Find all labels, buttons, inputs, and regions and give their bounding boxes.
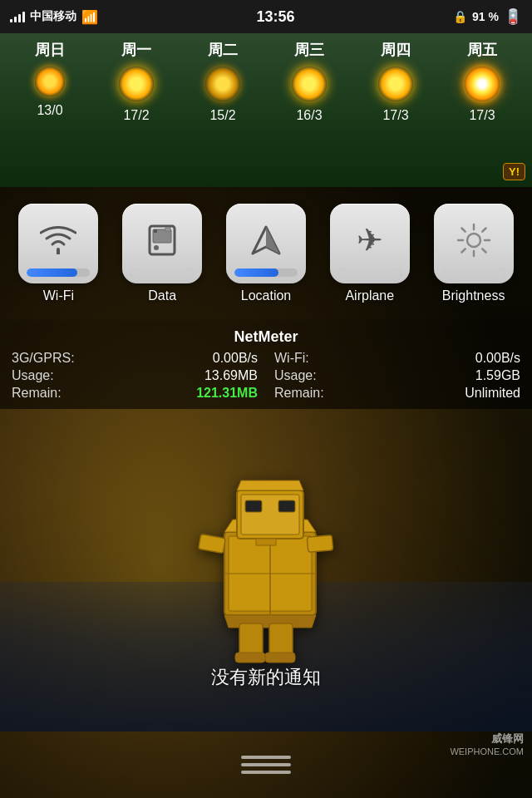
wifi-toggle-bar [27, 268, 90, 277]
day-temp-1: 17/2 [123, 108, 149, 123]
status-left: 中国移动 📶 [10, 9, 98, 25]
netmeter-section: NetMeter 3G/GPRS: 0.00B/s Usage: 13.69MB… [0, 320, 532, 409]
svg-rect-17 [265, 653, 295, 663]
svg-rect-22 [165, 228, 170, 231]
day-name-2: 周二 [208, 40, 238, 60]
airplane-toggle[interactable]: ✈ Airplane [325, 204, 415, 303]
brightness-toggle-icon-wrap[interactable] [434, 204, 514, 283]
svg-rect-9 [245, 500, 262, 512]
wifi-label: Wi-Fi [43, 288, 74, 303]
no-notification-text: 没有新的通知 [0, 665, 532, 690]
sun-icon-3 [292, 66, 327, 101]
wifi-icon: 📶 [81, 9, 98, 25]
netmeter-col-left: 3G/GPRS: 0.00B/s Usage: 13.69MB Remain: … [12, 351, 258, 401]
location-toggle-bar [234, 268, 298, 277]
yahoo-badge: Y! [503, 163, 525, 180]
battery-icon: 🪫 [504, 7, 522, 26]
status-right: 🔒 91 % 🪫 [453, 7, 522, 26]
weather-day-2: 周二 15/2 [180, 40, 266, 123]
svg-point-25 [467, 234, 480, 247]
robot-figure [183, 449, 349, 665]
sun-icon-4 [378, 66, 413, 101]
day-temp-5: 17/3 [469, 108, 495, 123]
weather-day-3: 周三 16/3 [266, 40, 352, 123]
handle-line-1 [241, 756, 291, 759]
sun-icon-2 [205, 66, 240, 101]
toggles-section: Wi-Fi Data [0, 187, 532, 320]
airplane-toggle-bar [338, 268, 401, 277]
svg-rect-12 [199, 534, 226, 554]
nm-wifi-header: Wi-Fi: 0.00B/s [274, 351, 520, 366]
nm-3g-usage-label: Usage: [12, 368, 54, 383]
airplane-symbol: ✈ [357, 212, 383, 268]
weather-day-4: 周四 17/3 [352, 40, 439, 123]
nm-wifi-label: Wi-Fi: [274, 351, 309, 366]
wifi-toggle-icon-wrap[interactable] [18, 204, 98, 283]
nm-3g-remain-row: Remain: 121.31MB [12, 386, 258, 401]
svg-rect-11 [256, 539, 276, 545]
data-toggle[interactable]: Data [117, 204, 207, 303]
nm-3g-remain-label: Remain: [12, 386, 62, 401]
sun-icon-5 [465, 66, 500, 101]
weather-day-5: 周五 17/3 [439, 40, 525, 123]
day-name-4: 周四 [381, 40, 411, 60]
location-toggle[interactable]: Location [221, 204, 311, 303]
signal-icon [10, 11, 25, 22]
svg-marker-24 [266, 227, 279, 254]
svg-rect-10 [278, 500, 295, 512]
nm-wifi-speed: 0.00B/s [475, 351, 520, 366]
svg-rect-15 [269, 623, 293, 657]
handle-line-2 [241, 763, 291, 766]
wifi-toggle[interactable]: Wi-Fi [13, 204, 103, 303]
day-name-0: 周日 [35, 40, 65, 60]
weather-day-1: 周一 17/2 [93, 40, 180, 123]
nm-3g-usage-val: 13.69MB [204, 368, 258, 383]
day-temp-2: 15/2 [209, 108, 235, 123]
day-name-3: 周三 [294, 40, 324, 60]
day-temp-3: 16/3 [296, 108, 322, 123]
svg-line-32 [482, 229, 485, 232]
nm-3g-header: 3G/GPRS: 0.00B/s [12, 351, 258, 366]
airplane-label: Airplane [345, 288, 394, 303]
brightness-label: Brightness [442, 288, 505, 303]
brightness-toggle-bar [442, 268, 505, 277]
nm-wifi-remain-row: Remain: Unlimited [274, 386, 520, 401]
nm-3g-remain-val: 121.31MB [196, 386, 258, 401]
weather-day-0: 周日 13/0 [7, 40, 93, 123]
carrier-label: 中国移动 [30, 9, 76, 24]
location-toggle-icon-wrap[interactable] [226, 204, 306, 283]
svg-line-31 [482, 249, 485, 252]
day-name-5: 周五 [467, 40, 497, 60]
brightness-symbol [456, 212, 491, 268]
brightness-toggle[interactable]: Brightness [429, 204, 519, 303]
sun-icon-1 [119, 66, 154, 101]
day-name-1: 周一 [121, 40, 151, 60]
bottom-bar [0, 732, 532, 798]
netmeter-col-right: Wi-Fi: 0.00B/s Usage: 1.59GB Remain: Unl… [274, 351, 520, 401]
svg-line-30 [461, 229, 465, 232]
wifi-symbol [40, 212, 76, 268]
weather-days: 周日 13/0 周一 17/2 周二 15/2 周三 16/3 周四 17/3 … [0, 40, 532, 123]
svg-line-33 [461, 249, 465, 252]
svg-rect-21 [154, 229, 157, 233]
handle-line-3 [241, 771, 291, 774]
svg-marker-8 [237, 480, 303, 490]
nm-wifi-usage-val: 1.59GB [475, 368, 520, 383]
data-toggle-icon-wrap[interactable] [122, 204, 202, 283]
clock: 13:56 [257, 8, 295, 26]
no-notification-label: 没有新的通知 [211, 667, 321, 687]
battery-percent: 91 % [472, 10, 499, 23]
bottom-handle[interactable] [241, 756, 291, 774]
nm-wifi-remain-label: Remain: [274, 386, 324, 401]
nm-3g-speed: 0.00B/s [213, 351, 258, 366]
nm-3g-usage-row: Usage: 13.69MB [12, 368, 258, 383]
airplane-toggle-icon-wrap[interactable]: ✈ [330, 204, 410, 283]
nm-3g-label: 3G/GPRS: [12, 351, 75, 366]
netmeter-grid: 3G/GPRS: 0.00B/s Usage: 13.69MB Remain: … [12, 351, 520, 401]
location-label: Location [241, 288, 292, 303]
day-temp-0: 13/0 [37, 103, 62, 118]
data-label: Data [148, 288, 176, 303]
svg-rect-16 [235, 653, 265, 663]
svg-rect-14 [239, 623, 263, 657]
nm-wifi-usage-label: Usage: [274, 368, 317, 383]
